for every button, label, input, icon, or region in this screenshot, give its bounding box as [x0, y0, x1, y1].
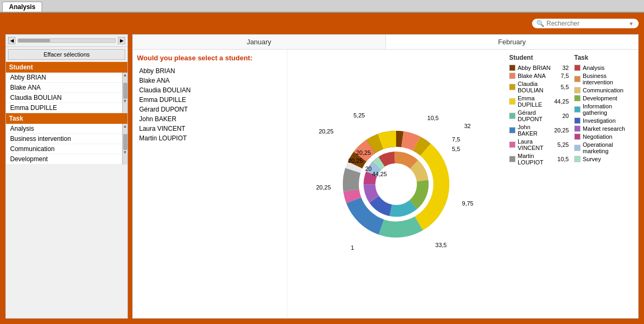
legend-task-color-box [574, 106, 581, 113]
scroll-left-btn[interactable]: ◀ [8, 37, 15, 44]
legend-student-name: Gérard DUPONT [518, 109, 551, 122]
student-selection-section: Would you please select a student: Abby … [133, 50, 287, 318]
chart-label-105: 10,5 [428, 115, 439, 121]
student-list-item[interactable]: Emma DUPILLE [6, 103, 122, 113]
legend-student-name: Martin LOUPIOT [518, 153, 551, 165]
legend-section: Student Abby BRIAN 32 Blake ANA 7,5 Clau… [505, 50, 638, 318]
scrollbar-up-arrow[interactable]: ▲ [123, 73, 127, 77]
select-student-item[interactable]: Laura VINCENT [137, 124, 283, 133]
legend-task-row: Information gathering [574, 103, 634, 116]
selection-prompt: Would you please select a student: [137, 54, 283, 62]
chart-label-4425: 44,25 [372, 171, 387, 177]
legend-color-box [509, 141, 516, 148]
chart-label-1: 1 [351, 244, 354, 251]
legend-student-row: John BAKER 20,25 [509, 124, 569, 137]
legend-student-value: 10,5 [553, 156, 569, 162]
select-student-item[interactable]: Emma DUPILLE [137, 95, 283, 105]
chart-label-75: 7,5 [452, 136, 460, 143]
legend-color-box [509, 156, 516, 162]
select-student-item[interactable]: Blake ANA [137, 76, 283, 85]
task-scrollbar-down-arrow[interactable]: ▼ [123, 150, 127, 155]
main-panel: January February Would you please select… [132, 34, 639, 319]
legend-student-row: Laura VINCENT 5,25 [509, 138, 569, 151]
legend-task-name: Analysis [583, 65, 605, 71]
chart-section: 32 7,5 5,5 10,5 5,25 9,75 33,5 1 44,25 2… [287, 50, 505, 318]
legend-color-box [509, 98, 516, 105]
chart-label-55: 5,5 [452, 146, 460, 152]
legend-student-name: Laura VINCENT [518, 138, 551, 151]
legend-task-name: Operational marketing [583, 141, 634, 154]
select-student-item[interactable]: John BAKER [137, 114, 283, 124]
chevron-down-icon[interactable]: ▼ [629, 21, 634, 27]
task-scrollbar-up-arrow[interactable]: ▲ [123, 124, 127, 129]
select-student-item[interactable]: Gérard DUPONT [137, 105, 283, 114]
horizontal-scroll[interactable]: ◀ ▶ [6, 35, 127, 47]
chart-label-20: 20 [365, 165, 372, 172]
legend-task-row: Analysis [574, 65, 634, 71]
legend-task-color-box [574, 117, 581, 124]
student-legend: Student Abby BRIAN 32 Blake ANA 7,5 Clau… [509, 54, 569, 167]
student-list-scrollbar[interactable]: ▲ ▼ [122, 73, 127, 113]
legend-task-row: Communication [574, 87, 634, 93]
legend-student-name: Abby BRIAN [518, 65, 551, 71]
tab-january[interactable]: January [133, 35, 386, 49]
tab-february[interactable]: February [386, 35, 639, 49]
task-list-item[interactable]: Communication [6, 144, 122, 154]
month-tabs: January February [133, 35, 638, 50]
legend-task-row: Survey [574, 156, 634, 162]
legend-task-name: Investigation [583, 117, 616, 124]
chart-label-32: 32 [464, 123, 471, 129]
legend-student-value: 20,25 [553, 127, 569, 133]
student-list-item[interactable]: Blake ANA [6, 83, 122, 93]
legend-task-row: Development [574, 95, 634, 101]
legend-student-name: Emma DUPILLE [518, 95, 551, 108]
legend-task-color-box [574, 65, 581, 71]
legend-student-header: Student [509, 54, 569, 61]
legend-student-value: 20 [553, 113, 569, 119]
legend-task-color-box [574, 76, 581, 82]
task-list-item[interactable]: Analysis [6, 124, 122, 134]
task-list-scrollbar[interactable]: ▲ ▼ [122, 124, 127, 164]
legend-student-row: Gérard DUPONT 20 [509, 109, 569, 122]
legend-student-row: Abby BRIAN 32 [509, 65, 569, 71]
task-section-header: Task [6, 113, 127, 124]
scrollbar-down-arrow[interactable]: ▼ [123, 99, 127, 104]
legend-task-color-box [574, 125, 581, 132]
chart-label-2025c: 20,25 [319, 128, 334, 135]
legend-task-name: Survey [583, 156, 601, 162]
legend-task-name: Business intervention [583, 73, 634, 85]
legend-task-color-box [574, 156, 581, 162]
legend-student-name: John BAKER [518, 124, 551, 137]
student-section-header: Student [6, 62, 127, 73]
legend-task-color-box [574, 95, 581, 101]
legend-student-value: 5,5 [553, 84, 569, 90]
tab-analysis[interactable]: Analysis [2, 2, 42, 12]
student-list-item[interactable]: Abby BRIAN [6, 73, 122, 83]
legend-student-row: Emma DUPILLE 44,25 [509, 95, 569, 108]
legend-student-name: Claudia BOULIAN [518, 81, 551, 93]
task-legend: Task Analysis Business intervention Comm… [574, 54, 634, 167]
select-student-item[interactable]: Abby BRIAN [137, 66, 283, 76]
legend-student-value: 7,5 [553, 73, 569, 79]
student-list-item[interactable]: Claudia BOULIAN [6, 93, 122, 103]
legend-student-row: Blake ANA 7,5 [509, 73, 569, 79]
task-list-item[interactable]: Development [6, 154, 122, 164]
legend-task-name: Negotiation [583, 133, 613, 140]
chart-label-2025: 20,25 [348, 157, 363, 164]
student-list: Abby BRIAN Blake ANA Claudia BOULIAN Emm… [6, 73, 122, 113]
legend-task-name: Development [583, 95, 617, 101]
select-student-item[interactable]: Claudia BOULIAN [137, 85, 283, 95]
scroll-right-btn[interactable]: ▶ [118, 37, 125, 44]
select-student-item[interactable]: Martin LOUPIOT [137, 133, 283, 143]
legend-color-box [509, 73, 516, 79]
legend-task-row: Business intervention [574, 73, 634, 85]
legend-student-name: Blake ANA [518, 73, 551, 79]
task-list-item[interactable]: Business intervention [6, 134, 122, 144]
search-box[interactable]: 🔍 ▼ [532, 19, 639, 28]
effacer-selections-button[interactable]: Effacer sélections [8, 49, 125, 60]
task-list: Analysis Business intervention Communica… [6, 124, 122, 164]
search-input[interactable] [546, 20, 626, 27]
legend-task-row: Negotiation [574, 133, 634, 140]
legend-task-color-box [574, 87, 581, 93]
legend-task-row: Investigation [574, 117, 634, 124]
